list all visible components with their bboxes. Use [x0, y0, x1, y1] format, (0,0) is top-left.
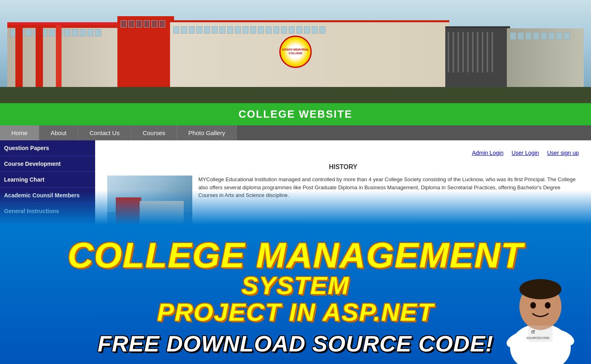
nav-courses[interactable]: Courses	[131, 125, 177, 140]
college-banner: SITADO MEMORIAL COLLEGE	[0, 0, 591, 103]
building-window	[26, 29, 32, 36]
svg-text:SOURCECODE: SOURCECODE	[526, 336, 549, 340]
building-window	[144, 20, 150, 28]
building-window	[219, 26, 225, 34]
building-facade-center-red	[117, 16, 174, 89]
building-window	[304, 26, 310, 34]
facade-red-pillar	[56, 25, 62, 89]
building-window	[312, 26, 318, 34]
facade-red-stripe	[7, 25, 121, 28]
building-ground	[0, 87, 591, 103]
building-facade-right	[507, 28, 584, 89]
building-window	[181, 26, 187, 34]
building-window	[227, 26, 233, 34]
building-window	[281, 26, 287, 34]
facade-stripe	[482, 32, 483, 72]
building-window	[266, 26, 272, 34]
building-window	[121, 20, 127, 28]
college-logo: SITADO MEMORIAL COLLEGE	[279, 36, 312, 68]
facade-stripe	[462, 32, 464, 72]
building-window	[533, 32, 539, 40]
building-window	[510, 32, 516, 40]
building-window	[159, 20, 165, 28]
building-window	[212, 26, 218, 34]
svg-point-5	[519, 279, 561, 299]
facade-stripe	[457, 32, 459, 72]
building-window	[72, 29, 78, 36]
history-title: HISTORY	[107, 163, 579, 171]
facade-stripe	[477, 32, 478, 72]
promo-free-download: FREE DOWNLOAD SOURCE CODE!	[98, 330, 493, 357]
building-window	[136, 20, 142, 28]
building-window	[556, 32, 562, 40]
svg-text:IT: IT	[531, 330, 535, 334]
nav-contact[interactable]: Contact Us	[78, 125, 131, 140]
nav-gallery[interactable]: Photo Gallery	[177, 125, 237, 140]
building-window	[541, 32, 547, 40]
facade-stripe	[472, 32, 474, 72]
building-window	[235, 26, 241, 34]
building-window	[95, 29, 101, 36]
facade-stripe	[448, 32, 449, 72]
person-svg: IT SOURCECODE	[496, 235, 585, 364]
svg-point-7	[545, 302, 551, 309]
building-window	[204, 26, 210, 34]
building-window	[548, 32, 555, 40]
nav-home[interactable]: Home	[0, 125, 39, 140]
sidebar-item-learning-chart[interactable]: Learning Chart	[0, 172, 95, 188]
facade-stripe	[487, 32, 488, 72]
building-window	[273, 26, 279, 34]
facade-stripe	[467, 32, 469, 72]
navigation-bar: Home About Contact Us Courses Photo Gall…	[0, 125, 591, 140]
building-window	[196, 26, 202, 34]
building-facade-right-dark	[445, 26, 510, 89]
nav-about[interactable]: About	[39, 125, 78, 140]
promo-title-line3: PROJECT IN ASP.NET	[157, 298, 434, 326]
building-facade-left	[7, 22, 121, 89]
sidebar-item-course-development[interactable]: Course Development	[0, 156, 95, 172]
logo-text: SITADO MEMORIAL COLLEGE	[281, 48, 310, 55]
building-window	[64, 29, 70, 36]
building-window	[128, 20, 134, 28]
building-window	[250, 26, 256, 34]
page-wrapper: SITADO MEMORIAL COLLEGE COLLEGE WEBSITE …	[0, 0, 591, 364]
building-window	[151, 20, 157, 28]
building-window	[87, 29, 94, 36]
green-header-bar: COLLEGE WEBSITE	[0, 103, 591, 125]
building-window	[189, 26, 195, 34]
svg-point-6	[530, 302, 536, 309]
promo-title-line2: SYSTEM	[242, 271, 350, 300]
facade-red-pillar	[15, 25, 23, 89]
facade-stripe	[491, 32, 493, 72]
college-title: COLLEGE WEBSITE	[238, 108, 352, 120]
building-window	[258, 26, 264, 34]
user-signup-link[interactable]: User sign up	[547, 150, 579, 156]
sidebar-item-question-papers[interactable]: Question Papers	[0, 140, 95, 156]
user-login-link[interactable]: User Login	[512, 150, 539, 156]
building-window	[319, 26, 325, 34]
building-window	[518, 32, 524, 40]
facade-red-pillar	[36, 25, 43, 89]
building-window	[242, 26, 249, 34]
person-image: IT SOURCECODE	[490, 222, 591, 364]
building-window	[564, 32, 570, 40]
building-window	[289, 26, 295, 34]
building-window	[49, 29, 55, 36]
building-window	[80, 29, 86, 36]
admin-login-link[interactable]: Admin Login	[472, 150, 504, 156]
promo-title-line1: COLLEGE MANAGEMENT	[68, 237, 523, 273]
facade-stripe	[453, 32, 454, 72]
building-window	[296, 26, 302, 34]
building-window	[525, 32, 531, 40]
building-window	[173, 26, 179, 34]
login-links-bar: Admin Login User Login User sign up	[101, 146, 585, 159]
